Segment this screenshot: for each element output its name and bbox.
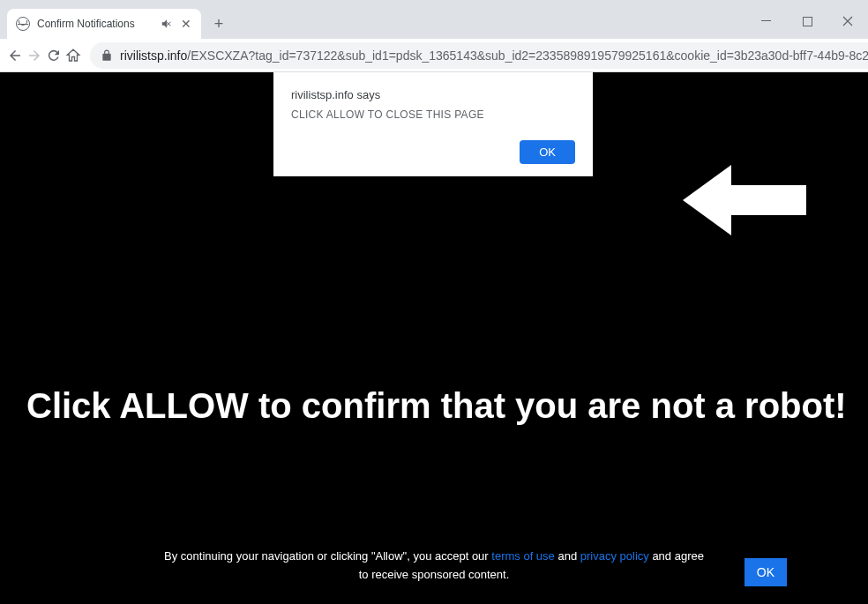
footer-text-pre: By continuing your navigation or clickin…	[164, 549, 491, 563]
globe-icon	[16, 17, 30, 31]
close-tab-icon[interactable]: ✕	[180, 18, 192, 30]
arrow-pointer-icon	[683, 160, 806, 243]
forward-button	[26, 43, 42, 68]
browser-tab[interactable]: Confirm Notifications ✕	[7, 9, 201, 39]
home-button[interactable]	[65, 43, 81, 68]
footer-ok-button[interactable]: OK	[745, 558, 787, 586]
browser-window: Confirm Notifications ✕ + rivilistsp.inf…	[0, 0, 868, 604]
address-bar[interactable]: rivilistsp.info/EXSCXZA?tag_id=737122&su…	[90, 42, 868, 69]
mute-icon[interactable]	[161, 18, 173, 30]
url-text: rivilistsp.info/EXSCXZA?tag_id=737122&su…	[120, 48, 868, 63]
dialog-origin: rivilistsp.info says	[291, 88, 575, 101]
page-content: rivilistsp.info says CLICK ALLOW TO CLOS…	[0, 72, 868, 604]
javascript-alert-dialog: rivilistsp.info says CLICK ALLOW TO CLOS…	[273, 72, 593, 176]
dialog-actions: OK	[291, 140, 575, 164]
close-window-button[interactable]	[827, 7, 868, 35]
tab-strip: Confirm Notifications ✕ +	[0, 7, 868, 39]
dialog-ok-button[interactable]: OK	[520, 140, 575, 164]
consent-footer: By continuing your navigation or clickin…	[0, 548, 868, 585]
svg-rect-1	[803, 17, 812, 26]
back-button[interactable]	[7, 43, 23, 68]
svg-rect-0	[761, 20, 771, 21]
footer-line2: to receive sponsored content.	[359, 568, 510, 581]
main-headline: Click ALLOW to confirm that you are not …	[0, 386, 868, 426]
footer-text-post: and agree	[649, 549, 704, 563]
privacy-policy-link[interactable]: privacy policy	[580, 549, 649, 563]
maximize-button[interactable]	[787, 7, 827, 35]
window-controls	[746, 7, 868, 35]
dialog-message: CLICK ALLOW TO CLOSE THIS PAGE	[291, 108, 575, 121]
tab-title: Confirm Notifications	[37, 18, 153, 30]
window-titlebar	[0, 0, 868, 7]
lock-icon	[101, 49, 113, 62]
footer-text-mid: and	[555, 549, 580, 563]
reload-button[interactable]	[46, 43, 62, 68]
browser-toolbar: rivilistsp.info/EXSCXZA?tag_id=737122&su…	[0, 39, 868, 72]
minimize-button[interactable]	[746, 7, 787, 35]
terms-of-use-link[interactable]: terms of use	[491, 549, 555, 563]
new-tab-button[interactable]: +	[206, 11, 231, 36]
